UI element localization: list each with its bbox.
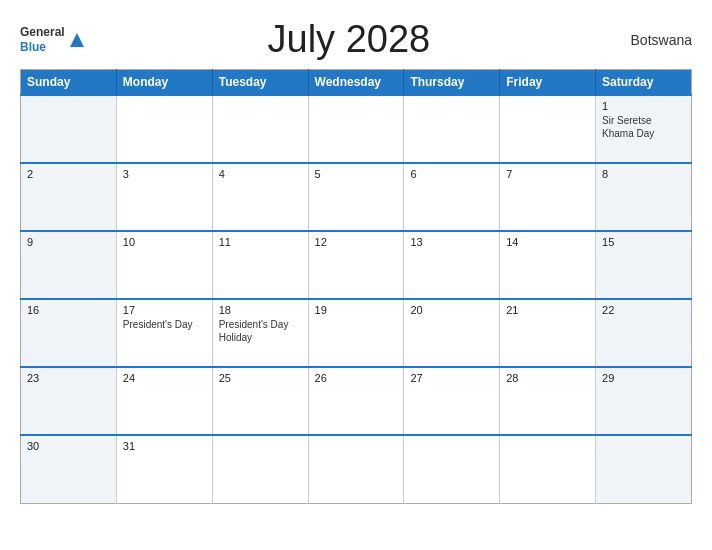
calendar-cell: 5 bbox=[308, 163, 404, 231]
calendar-cell bbox=[500, 435, 596, 503]
calendar-cell: 24 bbox=[116, 367, 212, 435]
day-number: 14 bbox=[506, 236, 589, 248]
calendar-cell bbox=[212, 435, 308, 503]
calendar-cell: 10 bbox=[116, 231, 212, 299]
calendar-cell: 27 bbox=[404, 367, 500, 435]
country-label: Botswana bbox=[612, 32, 692, 48]
day-number: 20 bbox=[410, 304, 493, 316]
day-number: 25 bbox=[219, 372, 302, 384]
calendar-cell: 13 bbox=[404, 231, 500, 299]
calendar-week-6: 3031 bbox=[21, 435, 692, 503]
calendar-cell: 31 bbox=[116, 435, 212, 503]
day-number: 7 bbox=[506, 168, 589, 180]
calendar-cell: 4 bbox=[212, 163, 308, 231]
calendar-cell: 2 bbox=[21, 163, 117, 231]
day-number: 21 bbox=[506, 304, 589, 316]
calendar-cell: 21 bbox=[500, 299, 596, 367]
day-number: 17 bbox=[123, 304, 206, 316]
day-number: 9 bbox=[27, 236, 110, 248]
calendar-cell: 23 bbox=[21, 367, 117, 435]
day-number: 19 bbox=[315, 304, 398, 316]
calendar-week-4: 1617President's Day18President's Day Hol… bbox=[21, 299, 692, 367]
calendar-cell: 29 bbox=[596, 367, 692, 435]
calendar-cell bbox=[21, 95, 117, 163]
calendar-cell: 30 bbox=[21, 435, 117, 503]
day-number: 30 bbox=[27, 440, 110, 452]
calendar-cell: 12 bbox=[308, 231, 404, 299]
calendar-week-3: 9101112131415 bbox=[21, 231, 692, 299]
header: General Blue July 2028 Botswana bbox=[20, 18, 692, 61]
logo: General Blue bbox=[20, 25, 86, 54]
day-number: 23 bbox=[27, 372, 110, 384]
calendar-cell: 19 bbox=[308, 299, 404, 367]
calendar-cell bbox=[308, 95, 404, 163]
calendar-cell: 7 bbox=[500, 163, 596, 231]
calendar-cell bbox=[404, 95, 500, 163]
day-number: 11 bbox=[219, 236, 302, 248]
logo-icon bbox=[68, 31, 86, 49]
calendar-cell: 6 bbox=[404, 163, 500, 231]
day-number: 4 bbox=[219, 168, 302, 180]
day-number: 18 bbox=[219, 304, 302, 316]
day-number: 12 bbox=[315, 236, 398, 248]
col-tuesday: Tuesday bbox=[212, 70, 308, 96]
day-number: 8 bbox=[602, 168, 685, 180]
calendar-cell: 25 bbox=[212, 367, 308, 435]
calendar-cell: 28 bbox=[500, 367, 596, 435]
col-saturday: Saturday bbox=[596, 70, 692, 96]
calendar-table: Sunday Monday Tuesday Wednesday Thursday… bbox=[20, 69, 692, 504]
calendar-cell bbox=[404, 435, 500, 503]
calendar-cell bbox=[308, 435, 404, 503]
col-thursday: Thursday bbox=[404, 70, 500, 96]
calendar-cell: 3 bbox=[116, 163, 212, 231]
calendar-cell: 16 bbox=[21, 299, 117, 367]
day-number: 10 bbox=[123, 236, 206, 248]
svg-marker-0 bbox=[70, 33, 84, 47]
day-number: 29 bbox=[602, 372, 685, 384]
calendar-cell bbox=[500, 95, 596, 163]
day-number: 1 bbox=[602, 100, 685, 112]
calendar-cell: 20 bbox=[404, 299, 500, 367]
logo-general-text: General bbox=[20, 25, 65, 39]
event-label: President's Day Holiday bbox=[219, 319, 289, 343]
day-number: 6 bbox=[410, 168, 493, 180]
calendar-cell: 22 bbox=[596, 299, 692, 367]
event-label: President's Day bbox=[123, 319, 193, 330]
calendar-cell bbox=[596, 435, 692, 503]
event-label: Sir Seretse Khama Day bbox=[602, 115, 654, 139]
calendar-week-5: 23242526272829 bbox=[21, 367, 692, 435]
day-number: 15 bbox=[602, 236, 685, 248]
day-number: 31 bbox=[123, 440, 206, 452]
logo-blue-text: Blue bbox=[20, 40, 65, 54]
calendar-cell: 11 bbox=[212, 231, 308, 299]
calendar-page: General Blue July 2028 Botswana Sunday M… bbox=[0, 0, 712, 550]
calendar-cell: 26 bbox=[308, 367, 404, 435]
calendar-week-1: 1Sir Seretse Khama Day bbox=[21, 95, 692, 163]
col-friday: Friday bbox=[500, 70, 596, 96]
day-number: 28 bbox=[506, 372, 589, 384]
page-title: July 2028 bbox=[86, 18, 612, 61]
calendar-cell: 14 bbox=[500, 231, 596, 299]
col-monday: Monday bbox=[116, 70, 212, 96]
day-number: 22 bbox=[602, 304, 685, 316]
day-number: 27 bbox=[410, 372, 493, 384]
day-number: 3 bbox=[123, 168, 206, 180]
day-number: 2 bbox=[27, 168, 110, 180]
col-wednesday: Wednesday bbox=[308, 70, 404, 96]
day-number: 24 bbox=[123, 372, 206, 384]
calendar-cell: 15 bbox=[596, 231, 692, 299]
calendar-week-2: 2345678 bbox=[21, 163, 692, 231]
calendar-cell: 17President's Day bbox=[116, 299, 212, 367]
col-sunday: Sunday bbox=[21, 70, 117, 96]
calendar-cell: 9 bbox=[21, 231, 117, 299]
day-number: 13 bbox=[410, 236, 493, 248]
weekday-header-row: Sunday Monday Tuesday Wednesday Thursday… bbox=[21, 70, 692, 96]
day-number: 26 bbox=[315, 372, 398, 384]
day-number: 5 bbox=[315, 168, 398, 180]
calendar-cell: 1Sir Seretse Khama Day bbox=[596, 95, 692, 163]
calendar-cell bbox=[212, 95, 308, 163]
calendar-cell bbox=[116, 95, 212, 163]
calendar-cell: 18President's Day Holiday bbox=[212, 299, 308, 367]
day-number: 16 bbox=[27, 304, 110, 316]
calendar-cell: 8 bbox=[596, 163, 692, 231]
